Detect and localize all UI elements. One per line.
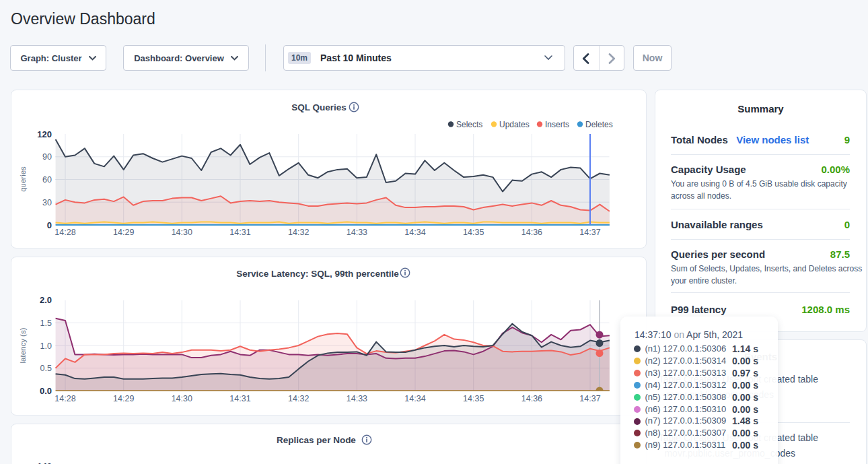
svg-text:1.5: 1.5: [40, 319, 52, 328]
svg-text:120: 120: [37, 129, 52, 139]
svg-text:14:33: 14:33: [347, 394, 367, 403]
svg-text:0.0: 0.0: [40, 386, 52, 396]
svg-text:14:31: 14:31: [229, 228, 250, 237]
svg-text:0.5: 0.5: [40, 364, 52, 373]
svg-text:30: 30: [42, 198, 52, 207]
svg-text:14:28: 14:28: [55, 228, 75, 237]
svg-text:14:32: 14:32: [288, 228, 309, 237]
svg-text:14:35: 14:35: [463, 394, 484, 403]
svg-text:14:37: 14:37: [579, 394, 600, 403]
svg-text:14:29: 14:29: [113, 228, 134, 237]
svg-text:14:34: 14:34: [404, 394, 425, 403]
svg-text:14:33: 14:33: [347, 228, 367, 237]
svg-text:90: 90: [42, 152, 52, 162]
svg-text:Deletes: Deletes: [585, 120, 613, 129]
svg-text:Inserts: Inserts: [545, 120, 569, 129]
svg-text:0: 0: [47, 220, 52, 230]
svg-text:14:36: 14:36: [521, 394, 542, 403]
svg-text:14:34: 14:34: [404, 228, 425, 237]
svg-text:14:30: 14:30: [172, 228, 192, 237]
svg-text:Selects: Selects: [456, 120, 482, 129]
svg-text:14:32: 14:32: [288, 394, 309, 403]
svg-text:queries: queries: [19, 166, 27, 192]
svg-text:14:36: 14:36: [521, 228, 542, 237]
svg-text:14:35: 14:35: [463, 228, 484, 237]
svg-text:2.0: 2.0: [40, 295, 52, 305]
svg-text:14:31: 14:31: [229, 394, 250, 403]
svg-text:1.0: 1.0: [40, 341, 52, 351]
svg-text:60: 60: [42, 175, 52, 185]
svg-text:Updates: Updates: [499, 120, 530, 129]
svg-text:14:29: 14:29: [113, 394, 134, 403]
svg-text:140: 140: [37, 461, 52, 464]
svg-text:14:37: 14:37: [579, 228, 600, 237]
svg-text:14:28: 14:28: [55, 394, 75, 403]
svg-text:latency (s): latency (s): [19, 327, 27, 363]
svg-text:14:30: 14:30: [172, 394, 192, 403]
